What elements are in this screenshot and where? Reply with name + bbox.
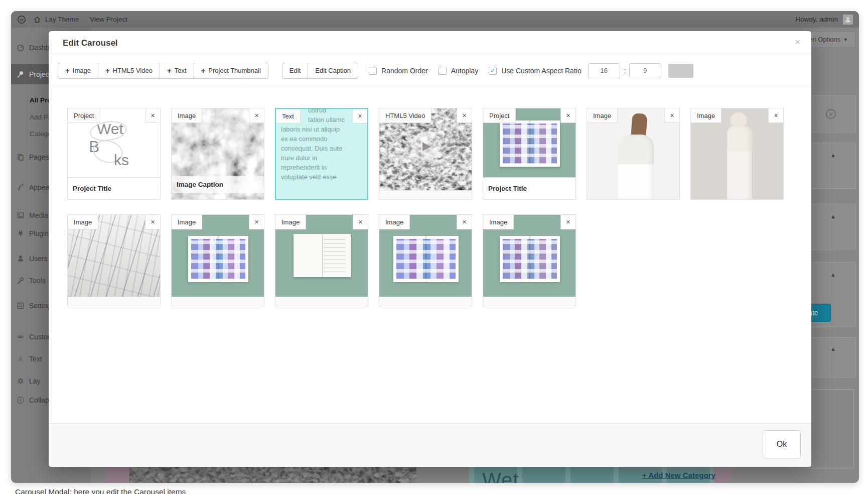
close-icon: ×	[358, 112, 362, 120]
add-image-button[interactable]: + Image	[58, 63, 98, 79]
sidebar-item-label: Users	[29, 255, 48, 263]
aspect-width-input[interactable]	[588, 63, 620, 78]
item-type-label: HTML5 Video	[379, 108, 431, 123]
toggle-panel-icon[interactable]: ▲	[830, 272, 836, 278]
edit-caption-button[interactable]: Edit Caption	[308, 63, 358, 79]
item-type-label: Image	[275, 215, 306, 229]
close-icon: ×	[358, 218, 362, 226]
aspect-ratio-separator: :	[624, 67, 626, 75]
eye-icon	[17, 333, 25, 341]
carousel-item-project[interactable]: Project × Project Title	[483, 108, 576, 200]
dismiss-icon[interactable]: ×	[826, 109, 836, 119]
random-order-checkbox[interactable]: Random Order	[369, 67, 428, 75]
checkbox-box[interactable]	[369, 67, 377, 75]
remove-item-button[interactable]: ×	[145, 215, 160, 229]
plus-icon: +	[201, 66, 206, 75]
carousel-item-image[interactable]: Image ×	[690, 108, 784, 200]
wet-logo-text: Wet	[482, 469, 519, 483]
remove-item-button[interactable]: ×	[664, 108, 679, 123]
brush-icon	[17, 183, 25, 191]
carousel-item-image[interactable]: Image ×	[483, 214, 576, 306]
close-icon: ×	[254, 218, 258, 226]
item-type-label: Text	[276, 109, 301, 124]
toggle-panel-icon[interactable]: ▲	[830, 152, 836, 158]
add-new-category-link[interactable]: + Add New Category	[642, 471, 715, 479]
close-icon[interactable]: ×	[795, 37, 800, 47]
logo-text: ks	[114, 152, 129, 169]
carousel-item-image[interactable]: Image ×	[275, 214, 368, 306]
dashboard-icon	[17, 44, 25, 52]
item-type-label: Image	[691, 108, 721, 123]
pages-icon	[17, 153, 25, 161]
avatar[interactable]	[843, 15, 853, 25]
background-color-block	[105, 467, 129, 483]
item-type-label: Project	[68, 108, 100, 123]
add-project-thumbnail-button[interactable]: + Project Thumbnail	[194, 63, 268, 79]
background-image-chains	[129, 467, 416, 483]
view-project-menu[interactable]: View Project	[90, 16, 127, 23]
wordpress-logo-icon[interactable]: W	[17, 15, 26, 24]
carousel-item-image[interactable]: Image ×	[587, 108, 680, 200]
modal-header: Edit Carousel ×	[49, 31, 811, 55]
modal-footer: Ok	[49, 423, 811, 467]
checkmark-icon: ✓	[490, 67, 496, 74]
add-html5-video-button[interactable]: + HTML5 Video	[98, 63, 160, 79]
page-caption: Carousel Modal: here you edit the Carous…	[15, 487, 186, 494]
remove-item-button[interactable]: ×	[560, 108, 575, 123]
edit-button[interactable]: Edit	[282, 63, 308, 79]
home-icon[interactable]	[33, 16, 41, 24]
howdy-menu[interactable]: Howdy, admin	[795, 16, 838, 23]
remove-item-button[interactable]: ×	[249, 108, 264, 123]
carousel-item-text-selected[interactable]: ustrud tation ullamc laboris nisi ut ali…	[275, 108, 368, 200]
remove-item-button[interactable]: ×	[249, 215, 264, 229]
item-type-label: Image	[587, 108, 618, 123]
close-icon: ×	[462, 218, 466, 226]
add-text-button[interactable]: + Text	[160, 63, 194, 79]
close-icon: ×	[774, 111, 778, 119]
wrench-icon	[17, 277, 25, 285]
checkbox-label: Random Order	[381, 67, 428, 75]
carousel-item-image[interactable]: Image ×	[171, 214, 264, 306]
checkbox-box[interactable]: ✓	[489, 67, 497, 75]
plus-icon: +	[105, 66, 110, 75]
wordpress-admin-window: W Lay Theme View Project Howdy, admin Da…	[11, 11, 859, 483]
checkbox-label: Autoplay	[451, 67, 478, 75]
empty-caption-strip	[68, 297, 160, 306]
carousel-item-image[interactable]: Image ×	[379, 214, 472, 306]
close-icon: ×	[254, 111, 258, 119]
aspect-color-swatch[interactable]	[668, 64, 693, 78]
carousel-item-html5-video[interactable]: ▶ HTML5 Video ×	[379, 108, 472, 200]
aspect-height-input[interactable]	[629, 63, 661, 78]
toggle-panel-icon[interactable]: ▲	[830, 213, 836, 219]
remove-item-button[interactable]: ×	[457, 215, 472, 229]
carousel-item-image[interactable]: Image × Image Caption	[171, 108, 264, 200]
letter-a-icon: A	[17, 355, 25, 363]
close-icon: ×	[566, 218, 570, 226]
carousel-item-image[interactable]: Image ×	[67, 214, 161, 306]
ok-button[interactable]: Ok	[763, 430, 801, 458]
autoplay-checkbox[interactable]: Autoplay	[439, 67, 478, 75]
gear-icon	[17, 377, 25, 385]
remove-item-button[interactable]: ×	[352, 109, 367, 124]
checkbox-box[interactable]	[439, 67, 447, 75]
settings-icon	[17, 302, 25, 310]
close-icon: ×	[151, 218, 155, 226]
remove-item-button[interactable]: ×	[768, 108, 783, 123]
item-type-label: Image	[172, 108, 202, 123]
close-icon: ×	[670, 111, 674, 119]
remove-item-button[interactable]: ×	[353, 215, 368, 229]
add-button-group: + Image + HTML5 Video + Text + Project T…	[58, 63, 268, 79]
item-caption: Project Title	[483, 177, 575, 199]
plugin-icon	[17, 229, 25, 237]
background-color-block	[713, 467, 732, 483]
remove-item-button[interactable]: ×	[145, 108, 160, 123]
site-name-menu[interactable]: Lay Theme	[45, 16, 79, 23]
remove-item-button[interactable]: ×	[457, 108, 472, 123]
toggle-panel-icon[interactable]: ▲	[830, 346, 836, 352]
item-caption: Project Title	[68, 177, 160, 199]
remove-item-button[interactable]: ×	[560, 215, 575, 229]
carousel-item-project[interactable]: Wet B ks Project × Project Title	[67, 108, 161, 200]
close-icon: ×	[566, 111, 570, 119]
use-custom-aspect-ratio-checkbox[interactable]: ✓ Use Custom Aspect Ratio	[489, 67, 582, 75]
logo-text: Wet	[97, 120, 123, 138]
